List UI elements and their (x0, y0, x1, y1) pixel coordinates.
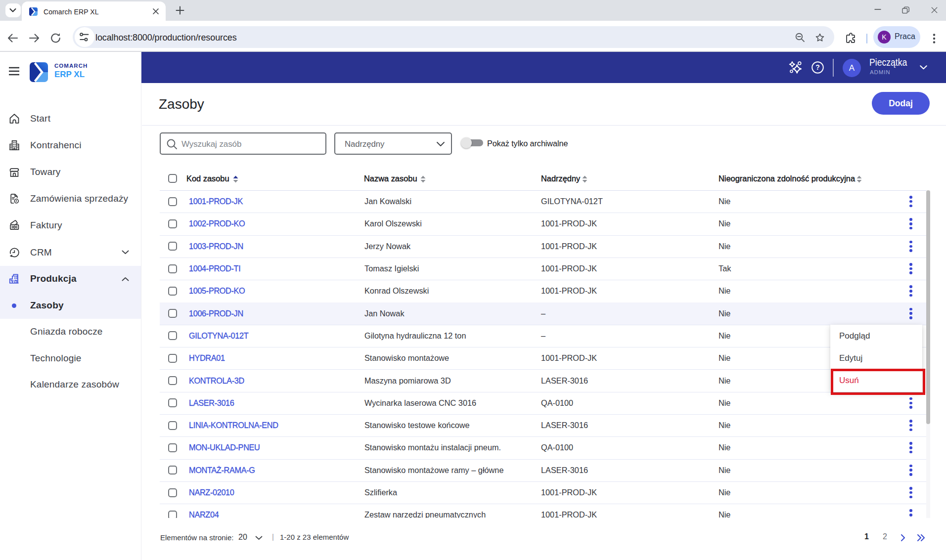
svg-text:?: ? (815, 63, 820, 71)
